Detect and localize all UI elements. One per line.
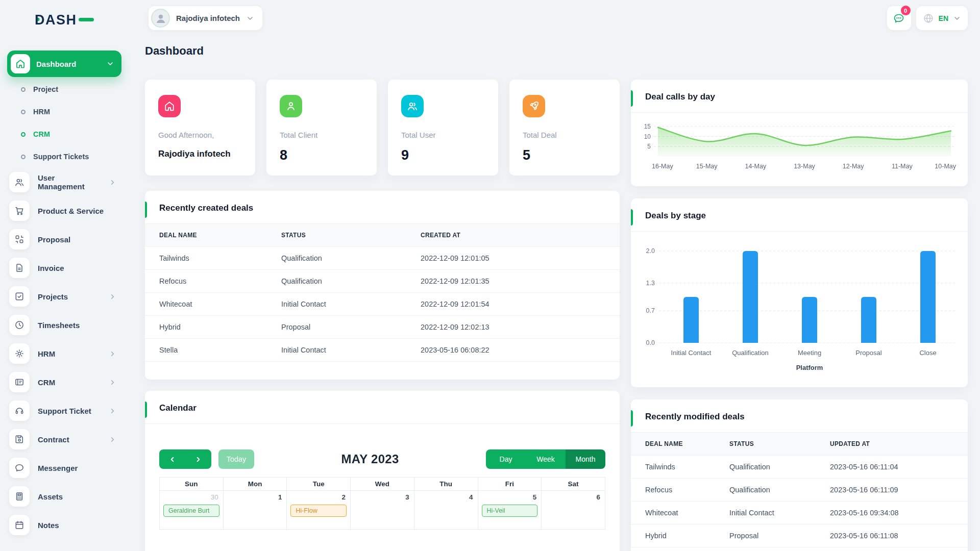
card-title: Recently created deals [159,203,253,213]
sidebar-item-label: Messenger [38,464,116,472]
divider [145,423,620,424]
calendar-day-cell[interactable]: 30Geraldine Burt [160,491,224,530]
column-header: DEAL NAME [145,224,281,247]
table-cell: Tailwinds [631,456,729,479]
table-row: TailwindsQualification2023-05-16 06:11:0… [631,456,968,479]
users-icon [401,95,424,117]
recently-created-deals-card: Recently created deals DEAL NAMESTATUSCR… [145,191,620,380]
globe-icon [923,13,934,24]
calendar-view-switcher: DayWeekMonth [486,449,605,469]
messages-badge: 0 [901,6,911,15]
sidebar-subitem-crm[interactable]: CRM [0,123,122,145]
sidebar-item-support-ticket[interactable]: Support Ticket [9,396,116,425]
sidebar-item-crm[interactable]: CRM [9,368,116,396]
table-cell: Whitecoat [631,502,729,524]
target-icon [9,343,30,364]
column-header: CREATED AT [421,224,620,247]
table-cell: Refocus [631,479,729,502]
calendar-event[interactable]: Hi-Veil [482,505,538,517]
calendar-today-button[interactable]: Today [218,449,254,469]
card-header: Deal calls by day [631,80,968,112]
calendar-view-day[interactable]: Day [486,449,526,469]
sidebar-item-dashboard[interactable]: Dashboard [7,51,121,77]
sidebar-item-contract[interactable]: Contract [9,425,116,454]
headset-icon [9,400,30,421]
brand-logo[interactable]: DASH [34,11,122,31]
column-header: UPDATED AT [830,433,968,456]
table-cell: 2023-05-16 06:11:09 [830,479,968,502]
deals-by-stage-card: Deals by stage 2.01.30.70.0Initial Conta… [631,198,968,387]
sidebar-subitem-support-tickets[interactable]: Support Tickets [0,145,122,168]
calendar-icon [9,515,30,535]
user-icon [280,95,302,117]
stat-card-value: 5 [523,147,606,163]
calendar-view-month[interactable]: Month [566,449,605,469]
sidebar: DASH Dashboard ProjectHRMCRMSupport Tick… [0,0,122,551]
main-content: Rajodiya infotech 0 EN Dashboard Good Af… [122,6,980,551]
messages-button[interactable]: 0 [887,6,911,30]
calendar-dow-thu: Thu [414,478,478,491]
calendar-day-cell[interactable]: 6 [542,491,605,530]
qr-icon [9,229,30,249]
card-title: Calendar [159,403,197,413]
table-row: HybridProposal2023-05-16 06:11:08 [631,524,968,547]
users-icon [9,172,30,192]
sidebar-item-projects[interactable]: Projects [9,282,116,311]
calendar-event[interactable]: Geraldine Burt [163,505,219,517]
sidebar-item-assets[interactable]: Assets [9,482,116,511]
sidebar-item-notes[interactable]: Notes [9,511,116,539]
calendar-event[interactable]: Hi-Flow [290,505,347,517]
calendar-view-week[interactable]: Week [526,449,566,469]
column-header: STATUS [281,224,421,247]
sidebar-item-label: CRM [38,378,101,387]
language-label: EN [939,14,948,22]
svg-text:Qualification: Qualification [732,349,769,357]
table-cell: Hybrid [631,524,729,547]
table-row: HybridProposal2022-12-09 12:02:13 [145,316,620,339]
brand-logo-text: DASH [35,12,77,28]
workspace-name: Rajodiya infotech [176,14,240,22]
chevron-down-icon [106,60,114,68]
calendar-day-cell[interactable]: 5Hi-Veil [478,491,542,530]
avatar [151,9,170,28]
calendar-dow-sat: Sat [542,478,605,491]
chevron-down-icon [246,14,254,22]
table-cell: 2022-12-09 12:01:05 [421,247,620,270]
sidebar-subitem-project[interactable]: Project [0,78,122,101]
card-header: Calendar [145,391,620,423]
sidebar-item-proposal[interactable]: Proposal [9,225,116,254]
card-header: Deals by stage [631,198,968,231]
calendar-prev-button[interactable] [159,449,185,469]
calendar-dow-wed: Wed [351,478,414,491]
svg-text:15: 15 [644,123,651,130]
sidebar-item-label: Timesheets [38,321,116,330]
deal-calls-by-day-card: Deal calls by day 1510516-May15-May14-Ma… [631,80,968,186]
svg-text:0.0: 0.0 [646,339,655,346]
workspace-dropdown[interactable]: Rajodiya infotech [149,6,262,30]
calendar-next-button[interactable] [185,449,211,469]
language-dropdown[interactable]: EN [916,6,968,30]
calendar-day-cell[interactable]: 4 [414,491,478,530]
table-cell: Whitecoat [145,293,281,316]
calendar-day-cell[interactable]: 1 [223,491,287,530]
table-cell: Stella [145,339,281,362]
stat-card-value: Rajodiya infotech [158,149,242,159]
calendar-day-cell[interactable]: 3 [351,491,414,530]
calendar-day-cell[interactable]: 2Hi-Flow [287,491,351,530]
sidebar-item-invoice[interactable]: Invoice [9,254,116,282]
svg-text:1.3: 1.3 [646,280,655,287]
sidebar-item-label: Dashboard [36,60,100,68]
sidebar-item-messenger[interactable]: Messenger [9,454,116,482]
sidebar-subitem-hrm[interactable]: HRM [0,101,122,123]
table-cell: Qualification [729,479,830,502]
card-title: Deal calls by day [645,92,715,102]
stat-card-total-client: Total Client8 [266,80,377,176]
sidebar-item-hrm[interactable]: HRM [9,339,116,368]
table-cell: 2023-05-16 09:34:08 [830,502,968,524]
stat-card-total-deal: Total Deal5 [509,80,620,176]
sidebar-item-timesheets[interactable]: Timesheets [9,311,116,339]
svg-text:2.0: 2.0 [646,247,655,255]
sidebar-item-user-management[interactable]: User Management [9,168,116,196]
divider [631,112,968,113]
sidebar-item-product-service[interactable]: Product & Service [9,196,116,225]
